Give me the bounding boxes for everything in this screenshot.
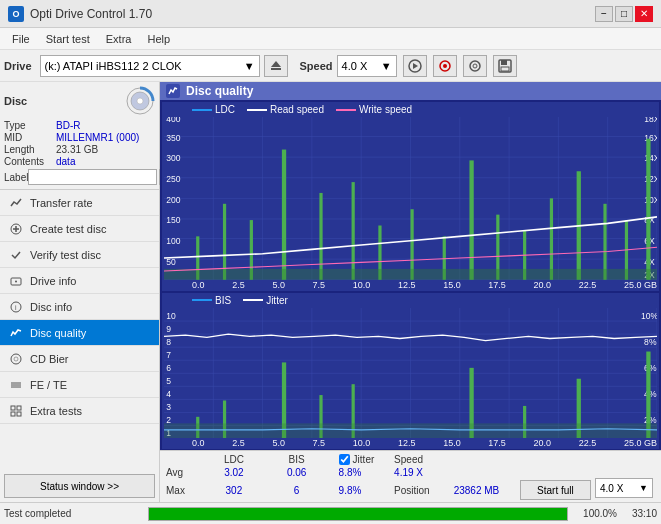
avg-speed: 4.19 X (390, 466, 450, 479)
sidebar-label-transfer-rate: Transfer rate (30, 197, 93, 209)
svg-text:100: 100 (166, 236, 180, 246)
chart-panel: Disc quality LDC Read speed Write speed (160, 82, 661, 502)
app-icon: O (8, 6, 24, 22)
extra-tests-icon (8, 403, 24, 419)
disc-contents-label: Contents (4, 156, 56, 167)
menu-help[interactable]: Help (139, 31, 178, 47)
svg-rect-75 (550, 198, 553, 279)
read-speed-color (247, 109, 267, 111)
disc-length-label: Length (4, 144, 56, 155)
bottom-x-labels: 0.02.55.07.510.012.515.017.520.022.525.0… (162, 438, 659, 449)
cd-bier-icon (8, 351, 24, 367)
svg-text:3: 3 (166, 402, 171, 412)
verify-test-disc-icon (8, 247, 24, 263)
sidebar-item-create-test-disc[interactable]: Create test disc (0, 216, 159, 242)
svg-text:250: 250 (166, 174, 180, 184)
svg-marker-3 (413, 63, 418, 69)
drive-bar: Drive (k:) ATAPI iHBS112 2 CLOK ▼ Speed … (0, 50, 661, 82)
top-chart-area: 400 350 300 250 200 150 100 50 18X 16X 1… (164, 117, 657, 280)
sidebar-item-verify-test-disc[interactable]: Verify test disc (0, 242, 159, 268)
jitter-checkbox[interactable] (339, 454, 350, 465)
disc-graphic (125, 86, 155, 116)
toolbar-btn-save[interactable] (493, 55, 517, 77)
disc-contents-row: Contents data (4, 156, 155, 167)
quality-icon (168, 86, 178, 96)
disc-header: Disc (4, 86, 155, 116)
menu-extra[interactable]: Extra (98, 31, 140, 47)
svg-text:4: 4 (166, 389, 171, 399)
sidebar-label-disc-quality: Disc quality (30, 327, 86, 339)
sidebar-label-verify-test-disc: Verify test disc (30, 249, 101, 261)
sidebar-label-disc-info: Disc info (30, 301, 72, 313)
eject-button[interactable] (264, 55, 288, 77)
sidebar-item-disc-quality[interactable]: Disc quality (0, 320, 159, 346)
play-icon (408, 59, 422, 73)
avg-ldc: 3.02 (199, 466, 269, 479)
start-full-button[interactable]: Start full (520, 480, 591, 500)
write-speed-color (336, 109, 356, 111)
sidebar-item-transfer-rate[interactable]: Transfer rate (0, 190, 159, 216)
drive-selector[interactable]: (k:) ATAPI iHBS112 2 CLOK ▼ (40, 55, 260, 77)
speed-value: 4.0 X (342, 60, 368, 72)
svg-text:300: 300 (166, 153, 180, 163)
svg-point-6 (470, 61, 480, 71)
avg-bis: 0.06 (269, 466, 325, 479)
menu-bar: File Start test Extra Help (0, 28, 661, 50)
svg-point-7 (473, 64, 477, 68)
toolbar-btn-3[interactable] (463, 55, 487, 77)
svg-rect-79 (646, 139, 650, 280)
top-chart-svg: 400 350 300 250 200 150 100 50 18X 16X 1… (164, 117, 657, 280)
sidebar-item-drive-info[interactable]: Drive info (0, 268, 159, 294)
stats-row: LDC BIS Jitter Speed Avg 3.02 0.0 (160, 450, 661, 502)
disc-mid-row: MID MILLENMR1 (000) (4, 132, 155, 143)
status-window-button[interactable]: Status window >> (4, 474, 155, 498)
jitter-color (243, 299, 263, 301)
menu-file[interactable]: File (4, 31, 38, 47)
app-title: Opti Drive Control 1.70 (30, 7, 152, 21)
bottom-chart: BIS Jitter (162, 293, 659, 450)
chart-speed-selector[interactable]: 4.0 X ▼ (595, 478, 653, 498)
progress-text: 100.0% (572, 508, 617, 519)
sidebar-item-extra-tests[interactable]: Extra tests (0, 398, 159, 424)
status-text: Test completed (4, 508, 144, 519)
speed-arrow: ▼ (381, 60, 392, 72)
svg-rect-68 (352, 182, 355, 280)
speed-selector[interactable]: 4.0 X ▼ (337, 55, 397, 77)
legend-jitter-label: Jitter (266, 295, 288, 306)
drive-info-icon (8, 273, 24, 289)
disc-type-row: Type BD-R (4, 120, 155, 131)
disc-type-label: Type (4, 120, 56, 131)
chart-title: Disc quality (186, 84, 253, 98)
chart-speed-value: 4.0 X (600, 483, 623, 494)
eject-icon (269, 59, 283, 73)
maximize-button[interactable]: □ (615, 6, 633, 22)
sidebar-label-drive-info: Drive info (30, 275, 76, 287)
sidebar-item-fe-te[interactable]: FE / TE (0, 372, 159, 398)
disc-quality-icon (8, 325, 24, 341)
sidebar-label-fe-te: FE / TE (30, 379, 67, 391)
close-button[interactable]: ✕ (635, 6, 653, 22)
disc-label-row: Label 🔍 (4, 169, 155, 185)
svg-rect-1 (271, 68, 281, 70)
toolbar-btn-1[interactable] (403, 55, 427, 77)
minimize-button[interactable]: − (595, 6, 613, 22)
save-icon (498, 59, 512, 73)
sidebar-item-disc-info[interactable]: i Disc info (0, 294, 159, 320)
svg-point-5 (443, 64, 447, 68)
action-buttons: Start full Start part (518, 479, 593, 502)
progress-bar (149, 508, 567, 520)
chart-header-icon (166, 84, 180, 98)
jitter-checkbox-cell[interactable]: Jitter (335, 453, 390, 466)
chart-header: Disc quality (160, 82, 661, 100)
menu-start-test[interactable]: Start test (38, 31, 98, 47)
legend-write-speed-label: Write speed (359, 104, 412, 115)
legend-ldc: LDC (192, 104, 235, 115)
svg-rect-10 (501, 67, 509, 71)
disc-length-row: Length 23.31 GB (4, 144, 155, 155)
sidebar: Disc Type BD-R MID MILLENMR1 (000) Lengt… (0, 82, 160, 502)
sidebar-item-cd-bier[interactable]: CD Bier (0, 346, 159, 372)
svg-text:8: 8 (166, 337, 171, 347)
disc-label-input[interactable] (28, 169, 157, 185)
bottom-legend: BIS Jitter (162, 293, 659, 308)
toolbar-btn-2[interactable] (433, 55, 457, 77)
